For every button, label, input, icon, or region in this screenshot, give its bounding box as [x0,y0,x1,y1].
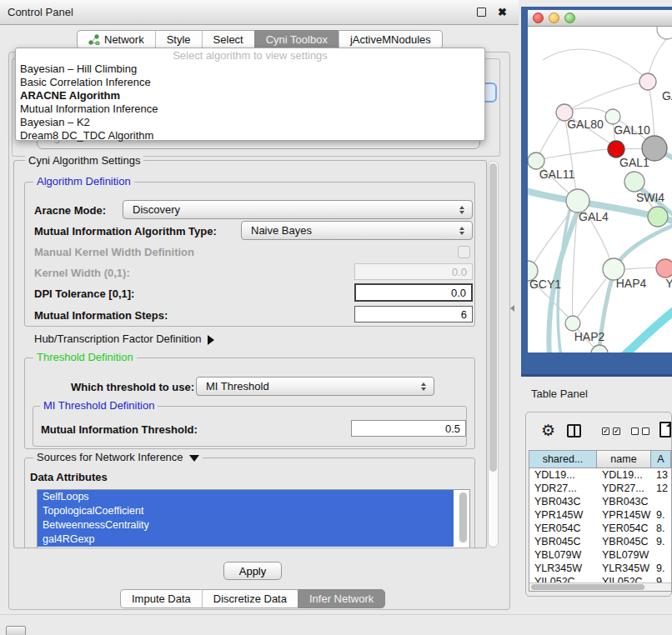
node-label: HAP2 [574,330,605,343]
column-header-name[interactable]: name [597,451,651,468]
table-header-row: shared... name A [529,451,671,468]
list-scrollbar[interactable] [459,492,468,543]
hub-definition-toggle[interactable]: Hub/Transcription Factor Definition [34,332,214,346]
node-gal1[interactable] [624,172,644,192]
aracne-mode-combo[interactable]: Discovery [123,200,473,219]
list-item[interactable]: TopologicalCoefficient [38,504,454,518]
tab-select[interactable]: Select [202,30,254,49]
kernel-width-field[interactable]: 0.0 [354,263,473,280]
node-partial[interactable] [657,27,672,39]
node-y[interactable] [656,259,672,278]
deselect-all-columns-icon[interactable] [631,428,649,435]
mi-steps-field[interactable]: 6 [354,306,473,322]
combo-stepper-icon [418,382,429,391]
kernel-width-label: Kernel Width (0,1): [34,267,130,280]
close-window-icon[interactable] [533,12,544,23]
table-body: YDL19...YDL19...13 YDR27...YDR27...12 YB… [529,468,671,583]
zoom-window-icon[interactable] [564,12,575,23]
mi-type-label: Mutual Information Algorithm Type: [34,225,217,238]
column-header-partial[interactable]: A [651,451,671,468]
table-row[interactable]: YBR043CYBR043C [529,495,671,508]
algorithm-option[interactable]: Bayesian – Hill Climbing [16,62,484,76]
tab-label: Impute Data [132,592,191,605]
dpi-tolerance-label: DPI Tolerance [0,1]: [34,288,134,301]
panel-title: Control Panel [0,6,477,18]
algorithm-option-selected[interactable]: ARACNE Algorithm [16,89,484,102]
data-attributes-list: SelfLoops TopologicalCoefficient Between… [37,489,470,548]
network-window-titlebar [528,10,672,27]
table-row[interactable]: YBL079WYBL079W [529,548,671,562]
which-threshold-combo[interactable]: MI Threshold [196,377,434,396]
manual-kernel-label: Manual Kernel Width Definition [34,246,194,259]
node-hap2[interactable] [565,316,580,331]
tab-label: Discretize Data [213,592,287,605]
tab-discretize-data[interactable]: Discretize Data [202,589,298,608]
apply-button[interactable]: Apply [223,562,282,580]
node-gal4[interactable] [566,189,589,212]
network-view-window: GAL GAL80 GAL10 GAL1 GAL11 SWI4 GAL4 GCY… [521,7,672,377]
table-row[interactable]: YDL19...YDL19...13 [529,468,671,482]
algorithm-option[interactable]: Mutual Information Inference [16,102,484,116]
tab-network[interactable]: Network [77,30,155,49]
node-label: GAL10 [614,123,650,137]
close-icon[interactable]: ✖ [498,8,507,17]
node-gal11[interactable] [528,152,544,169]
combo-stepper-icon [456,206,468,214]
scrollbar-thumb[interactable] [531,584,644,590]
manual-kernel-checkbox[interactable] [458,246,470,258]
export-table-icon[interactable] [659,422,671,438]
tab-label: Style [167,33,191,46]
table-panel-title: Table Panel [531,388,588,400]
split-collapse-handle[interactable] [510,305,514,312]
table-row[interactable]: YDR27...YDR27...12 [529,482,671,495]
mi-type-combo[interactable]: Naive Bayes [241,221,473,240]
hub-definition-label: Hub/Transcription Factor Definition [34,332,201,345]
table-row[interactable]: YPR145WYPR145W9. [529,508,671,522]
tab-impute-data[interactable]: Impute Data [120,589,202,608]
which-threshold-value: MI Threshold [197,380,418,392]
column-header-shared-name[interactable]: shared... [529,451,597,468]
table-row[interactable]: YLR345WYLR345W9. [529,562,671,575]
aracne-mode-value: Discovery [123,203,456,216]
node-gal10[interactable] [605,109,620,124]
node-label: Y [665,277,672,290]
settings-group-title: Cyni Algorithm Settings [25,154,143,167]
gear-icon[interactable]: ⚙ [541,422,555,440]
node-highlighted-red[interactable] [608,141,624,158]
table-row[interactable]: YER054CYER054C8. [529,522,671,535]
tab-style[interactable]: Style [155,30,202,49]
algorithm-option[interactable]: Bayesian – K2 [16,116,484,129]
node-gal[interactable] [639,73,656,90]
table-row[interactable]: YBR045CYBR045C9. [529,535,671,548]
node-label: GAL4 [579,210,609,223]
dpi-tolerance-field[interactable]: 0.0 [354,283,473,302]
tab-cyni-toolbox[interactable]: Cyni Toolbox [254,30,339,49]
bottom-tabbar: Impute Data Discretize Data Infer Networ… [120,589,385,608]
list-item[interactable]: SelfLoops [38,490,454,504]
node-label: GAL1 [619,156,649,169]
tab-label: Infer Network [309,592,374,605]
settings-scrollbar[interactable] [488,161,499,548]
node-partial-bottom[interactable] [591,345,608,352]
sources-toggle[interactable]: Sources for Network Inference [33,451,203,463]
list-item[interactable]: BetweennessCentrality [38,518,454,532]
tab-infer-network[interactable]: Infer Network [298,589,385,608]
tab-label: jActiveMNodules [350,33,431,46]
select-all-columns-icon[interactable]: ✓✓ [602,428,620,435]
network-canvas[interactable]: GAL GAL80 GAL10 GAL1 GAL11 SWI4 GAL4 GCY… [528,27,672,352]
table-horizontal-scrollbar[interactable] [529,582,671,591]
node-swi4[interactable] [648,207,668,227]
combo-stepper-icon [456,227,468,235]
which-threshold-label: Which threshold to use: [71,381,194,394]
collapsed-panel-button[interactable] [6,626,26,635]
minimize-window-icon[interactable] [549,12,559,23]
float-window-icon[interactable] [477,8,486,17]
algorithm-option[interactable]: Dream8 DC_TDC Algorithm [16,129,484,142]
list-item[interactable]: gal4RGexp [38,532,454,547]
mi-threshold-label: Mutual Information Threshold: [41,423,198,437]
mi-threshold-field[interactable]: 0.5 [351,420,466,437]
show-columns-icon[interactable] [567,424,581,438]
tab-jactivemnodules[interactable]: jActiveMNodules [339,30,443,49]
scrollbar-thumb[interactable] [489,163,497,472]
algorithm-option[interactable]: Basic Correlation Inference [16,76,484,89]
